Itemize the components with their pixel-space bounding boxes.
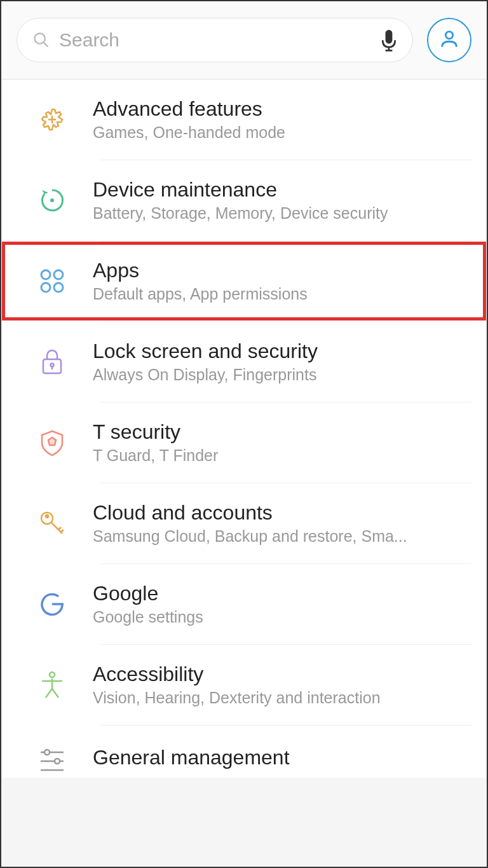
item-text: Device maintenance Battery, Storage, Mem… — [93, 178, 471, 223]
settings-item-general-management[interactable]: General management — [1, 726, 487, 778]
svg-point-14 — [51, 364, 54, 367]
user-icon — [438, 28, 460, 52]
item-subtitle: Samsung Cloud, Backup and restore, Sma..… — [93, 527, 471, 546]
lock-icon — [37, 347, 67, 377]
item-subtitle: Always On Display, Fingerprints — [93, 366, 471, 384]
settings-item-google[interactable]: Google Google settings — [1, 564, 487, 644]
svg-line-20 — [61, 530, 64, 532]
svg-point-28 — [44, 750, 50, 755]
shield-icon — [37, 427, 67, 458]
gear-plus-icon — [37, 104, 67, 135]
key-icon — [37, 508, 67, 539]
search-input[interactable] — [59, 29, 372, 51]
item-text: T security T Guard, T Finder — [93, 420, 471, 465]
search-bar[interactable] — [17, 18, 413, 62]
item-text: General management — [93, 746, 471, 772]
item-title: General management — [93, 746, 471, 769]
accessibility-icon — [37, 670, 67, 700]
item-text: Apps Default apps, App permissions — [93, 259, 471, 303]
item-title: Apps — [93, 259, 471, 282]
svg-line-19 — [58, 527, 61, 530]
settings-item-advanced-features[interactable]: Advanced features Games, One-handed mode — [1, 79, 487, 160]
item-subtitle: Google settings — [93, 608, 471, 626]
item-subtitle: Vision, Hearing, Dexterity and interacti… — [93, 689, 471, 707]
google-icon — [37, 589, 67, 619]
settings-list: Advanced features Games, One-handed mode… — [1, 79, 487, 778]
refresh-circle-icon — [37, 185, 67, 216]
item-subtitle: Battery, Storage, Memory, Device securit… — [93, 204, 471, 223]
search-icon — [32, 31, 50, 49]
item-title: Advanced features — [93, 97, 471, 121]
item-title: Cloud and accounts — [93, 501, 471, 525]
item-title: T security — [93, 420, 471, 444]
settings-item-lock-screen[interactable]: Lock screen and security Always On Displ… — [1, 322, 487, 402]
svg-point-9 — [41, 270, 50, 279]
item-title: Accessibility — [93, 663, 471, 686]
settings-item-cloud-accounts[interactable]: Cloud and accounts Samsung Cloud, Backup… — [1, 483, 487, 563]
item-text: Cloud and accounts Samsung Cloud, Backup… — [93, 501, 471, 546]
svg-rect-2 — [386, 30, 393, 44]
settings-item-apps[interactable]: Apps Default apps, App permissions — [1, 241, 487, 321]
svg-point-0 — [35, 34, 45, 44]
item-text: Google Google settings — [93, 582, 471, 626]
mic-icon[interactable] — [381, 30, 397, 50]
svg-line-25 — [46, 689, 52, 698]
settings-item-accessibility[interactable]: Accessibility Vision, Hearing, Dexterity… — [1, 645, 487, 725]
item-text: Lock screen and security Always On Displ… — [93, 340, 471, 384]
svg-point-8 — [50, 198, 54, 202]
apps-grid-icon — [37, 266, 67, 296]
sliders-icon — [37, 743, 67, 774]
item-subtitle: Games, One-handed mode — [93, 123, 471, 142]
search-header — [1, 1, 487, 79]
settings-item-t-security[interactable]: T security T Guard, T Finder — [1, 403, 487, 483]
item-text: Accessibility Vision, Hearing, Dexterity… — [93, 663, 471, 707]
item-subtitle: Default apps, App permissions — [93, 285, 471, 303]
svg-point-22 — [50, 672, 55, 677]
item-subtitle: T Guard, T Finder — [93, 446, 471, 465]
profile-button[interactable] — [427, 18, 471, 62]
item-title: Device maintenance — [93, 178, 471, 202]
settings-item-device-maintenance[interactable]: Device maintenance Battery, Storage, Mem… — [1, 160, 487, 240]
svg-line-26 — [52, 689, 58, 698]
svg-point-11 — [41, 283, 50, 292]
svg-point-10 — [54, 270, 63, 279]
svg-point-30 — [55, 759, 60, 764]
item-title: Google — [93, 582, 471, 605]
item-text: Advanced features Games, One-handed mode — [93, 97, 471, 142]
svg-point-5 — [445, 32, 452, 39]
svg-point-17 — [46, 515, 48, 518]
svg-line-1 — [44, 43, 48, 46]
svg-point-12 — [54, 283, 63, 292]
item-title: Lock screen and security — [93, 340, 471, 363]
